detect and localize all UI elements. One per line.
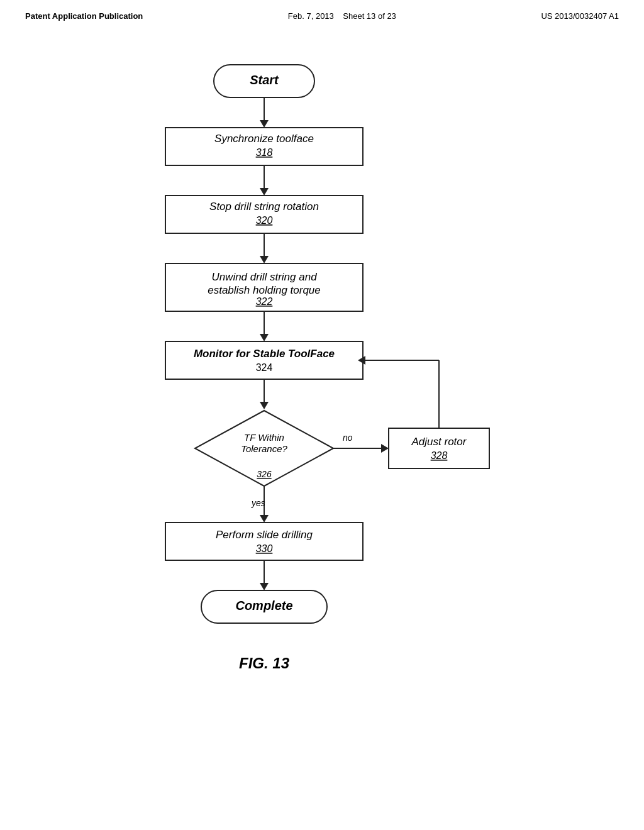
- flowchart-container: Start Synchronize toolface 318 Stop dril…: [0, 40, 644, 772]
- svg-rect-23: [165, 523, 363, 560]
- header-date: Feb. 7, 2013: [288, 11, 334, 21]
- svg-marker-5: [260, 188, 269, 196]
- svg-marker-16: [260, 515, 269, 523]
- svg-marker-14: [260, 402, 269, 409]
- yes-label: yes: [251, 498, 265, 508]
- node-318-ref: 318: [256, 147, 273, 158]
- node-326-label-1: TF Within: [244, 432, 284, 443]
- node-324-ref: 324: [256, 362, 273, 373]
- node-330-ref: 330: [256, 543, 273, 554]
- figure-caption: FIG. 13: [239, 655, 290, 672]
- node-322-label-1: Unwind drill string and: [211, 271, 317, 283]
- header-date-sheet: Feb. 7, 2013 Sheet 13 of 23: [288, 11, 396, 21]
- svg-marker-2: [260, 120, 269, 128]
- svg-marker-25: [260, 583, 269, 590]
- svg-marker-18: [381, 444, 389, 453]
- no-label: no: [343, 433, 353, 443]
- svg-marker-11: [260, 334, 269, 341]
- header-sheet: Sheet 13 of 23: [343, 11, 396, 21]
- node-326-ref: 326: [257, 469, 272, 479]
- node-322-ref: 322: [256, 296, 273, 307]
- node-324-label: Monitor for Stable ToolFace: [194, 348, 335, 360]
- node-328-ref: 328: [431, 450, 448, 461]
- start-label: Start: [250, 73, 279, 87]
- node-318-label: Synchronize toolface: [214, 133, 314, 145]
- svg-rect-19: [389, 428, 489, 468]
- node-322-label-2: establish holding torque: [208, 284, 321, 296]
- node-320-label: Stop drill string rotation: [209, 201, 319, 213]
- header-patent-number: US 2013/0032407 A1: [541, 11, 619, 21]
- node-320-ref: 320: [256, 215, 273, 226]
- node-330-label: Perform slide drilling: [216, 529, 313, 541]
- flowchart-svg: Start Synchronize toolface 318 Stop dril…: [0, 40, 644, 769]
- node-328-label: Adjust rotor: [411, 436, 467, 448]
- page-header: Patent Application Publication Feb. 7, 2…: [0, 0, 644, 27]
- svg-marker-8: [260, 256, 269, 263]
- node-326-label-2: Tolerance?: [241, 443, 287, 454]
- complete-label: Complete: [235, 599, 292, 612]
- header-publication-type: Patent Application Publication: [25, 11, 143, 21]
- svg-rect-12: [165, 341, 363, 379]
